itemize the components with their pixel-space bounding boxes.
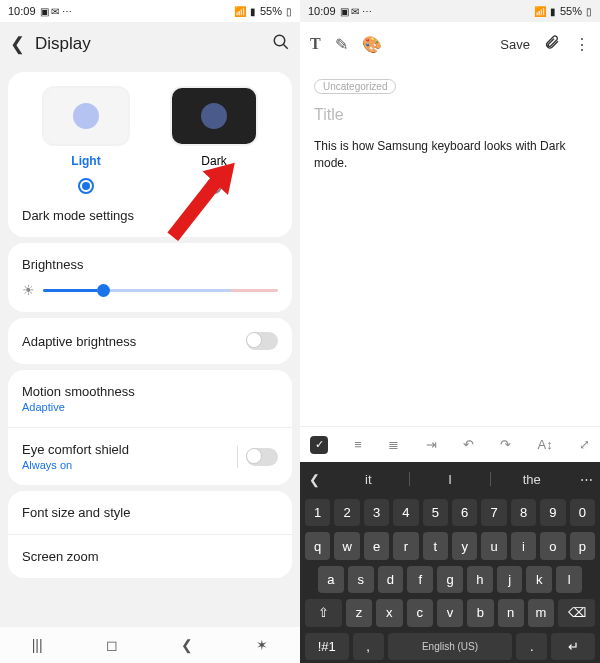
more-icon[interactable]: ⋮ bbox=[574, 35, 590, 54]
suggestion-more-icon[interactable]: ⋯ bbox=[572, 472, 600, 487]
shift-key[interactable]: ⇧ bbox=[305, 599, 342, 626]
key-o[interactable]: o bbox=[540, 532, 565, 559]
brightness-card: Brightness ☀ bbox=[8, 243, 292, 312]
eye-comfort-row[interactable]: Eye comfort shield Always on bbox=[8, 427, 292, 485]
space-key[interactable]: English (US) bbox=[388, 633, 513, 660]
back-nav-icon[interactable]: ❮ bbox=[181, 637, 193, 653]
key-r[interactable]: r bbox=[393, 532, 418, 559]
indent-icon[interactable]: ⇥ bbox=[426, 437, 437, 452]
format-toolbar: ✓ ≡ ≣ ⇥ ↶ ↷ A↕ ⤢ bbox=[300, 426, 600, 462]
eye-sub: Always on bbox=[22, 459, 129, 471]
key-b[interactable]: b bbox=[467, 599, 493, 626]
motion-smoothness-row[interactable]: Motion smoothness Adaptive bbox=[8, 370, 292, 427]
key-3[interactable]: 3 bbox=[364, 499, 389, 526]
light-radio[interactable] bbox=[78, 178, 94, 194]
backspace-key[interactable]: ⌫ bbox=[558, 599, 595, 626]
key-4[interactable]: 4 bbox=[393, 499, 418, 526]
key-u[interactable]: u bbox=[481, 532, 506, 559]
key-5[interactable]: 5 bbox=[423, 499, 448, 526]
key-a[interactable]: a bbox=[318, 566, 344, 593]
key-w[interactable]: w bbox=[334, 532, 359, 559]
title-input[interactable]: Title bbox=[314, 106, 586, 124]
home-icon[interactable]: ◻ bbox=[106, 637, 118, 653]
numbered-list-icon[interactable]: ≣ bbox=[388, 437, 399, 452]
adaptive-brightness-row[interactable]: Adaptive brightness bbox=[8, 318, 292, 364]
key-0[interactable]: 0 bbox=[570, 499, 595, 526]
key-c[interactable]: c bbox=[407, 599, 433, 626]
key-l[interactable]: l bbox=[556, 566, 582, 593]
dark-label: Dark bbox=[170, 154, 258, 168]
divider bbox=[237, 446, 238, 468]
key-e[interactable]: e bbox=[364, 532, 389, 559]
comma-key[interactable]: , bbox=[353, 633, 384, 660]
dark-radio[interactable] bbox=[206, 178, 222, 194]
light-theme-option[interactable]: Light bbox=[42, 86, 130, 168]
keyboard-row-1: qwertyuiop bbox=[300, 529, 600, 562]
key-k[interactable]: k bbox=[526, 566, 552, 593]
back-icon[interactable]: ❮ bbox=[10, 33, 25, 55]
key-8[interactable]: 8 bbox=[511, 499, 536, 526]
key-j[interactable]: j bbox=[497, 566, 523, 593]
note-text[interactable]: This is how Samsung keyboard looks with … bbox=[314, 138, 586, 173]
expand-icon[interactable]: ⤢ bbox=[579, 437, 590, 452]
enter-key[interactable]: ↵ bbox=[551, 633, 595, 660]
motion-sub: Adaptive bbox=[22, 401, 135, 413]
screen-zoom-label: Screen zoom bbox=[22, 549, 99, 564]
battery-pct: 55% bbox=[260, 5, 282, 17]
font-icon[interactable]: A↕ bbox=[537, 437, 552, 452]
checkbox-tool-icon[interactable]: ✓ bbox=[310, 436, 328, 454]
brightness-slider[interactable] bbox=[43, 289, 278, 292]
key-h[interactable]: h bbox=[467, 566, 493, 593]
key-v[interactable]: v bbox=[437, 599, 463, 626]
undo-icon[interactable]: ↶ bbox=[463, 437, 474, 452]
key-1[interactable]: 1 bbox=[305, 499, 330, 526]
period-key[interactable]: . bbox=[516, 633, 547, 660]
suggestion-expand-icon[interactable]: ❮ bbox=[300, 472, 328, 487]
key-9[interactable]: 9 bbox=[540, 499, 565, 526]
text-tool-icon[interactable]: T bbox=[310, 35, 321, 53]
page-title: Display bbox=[35, 34, 262, 54]
attach-icon[interactable] bbox=[544, 34, 560, 54]
key-2[interactable]: 2 bbox=[334, 499, 359, 526]
save-button[interactable]: Save bbox=[500, 37, 530, 52]
key-d[interactable]: d bbox=[378, 566, 404, 593]
key-7[interactable]: 7 bbox=[481, 499, 506, 526]
palette-icon[interactable]: 🎨 bbox=[362, 35, 382, 54]
theme-card: Light Dark Dark mode settings bbox=[8, 72, 292, 237]
search-icon[interactable] bbox=[272, 33, 290, 55]
suggestion-3[interactable]: the bbox=[491, 472, 572, 487]
key-i[interactable]: i bbox=[511, 532, 536, 559]
adaptive-brightness-toggle[interactable] bbox=[246, 332, 278, 350]
key-y[interactable]: y bbox=[452, 532, 477, 559]
notes-screen: 10:09 ▣ ✉ ⋯ 📶 ▮ 55% ▯ T ✎ 🎨 Save ⋮ Uncat… bbox=[300, 0, 600, 663]
key-6[interactable]: 6 bbox=[452, 499, 477, 526]
dark-mode-settings-link[interactable]: Dark mode settings bbox=[22, 208, 278, 223]
bullet-list-icon[interactable]: ≡ bbox=[354, 437, 362, 452]
dark-theme-option[interactable]: Dark bbox=[170, 86, 258, 168]
key-p[interactable]: p bbox=[570, 532, 595, 559]
accessibility-icon[interactable]: ✶ bbox=[256, 637, 268, 653]
suggestion-2[interactable]: I bbox=[410, 472, 491, 487]
suggestion-1[interactable]: it bbox=[328, 472, 409, 487]
eye-comfort-toggle[interactable] bbox=[246, 448, 278, 466]
key-f[interactable]: f bbox=[407, 566, 433, 593]
notif-icon: ▣ ✉ ⋯ bbox=[340, 6, 373, 17]
recents-icon[interactable]: ||| bbox=[32, 637, 43, 653]
key-t[interactable]: t bbox=[423, 532, 448, 559]
key-z[interactable]: z bbox=[346, 599, 372, 626]
key-n[interactable]: n bbox=[498, 599, 524, 626]
signal-icon: 📶 bbox=[534, 6, 546, 17]
keyboard-row-2: asdfghjkl bbox=[300, 563, 600, 596]
redo-icon[interactable]: ↷ bbox=[500, 437, 511, 452]
pen-tool-icon[interactable]: ✎ bbox=[335, 35, 348, 54]
key-q[interactable]: q bbox=[305, 532, 330, 559]
symbols-key[interactable]: !#1 bbox=[305, 633, 349, 660]
key-x[interactable]: x bbox=[376, 599, 402, 626]
category-pill[interactable]: Uncategorized bbox=[314, 79, 396, 94]
key-m[interactable]: m bbox=[528, 599, 554, 626]
key-g[interactable]: g bbox=[437, 566, 463, 593]
screen-zoom-row[interactable]: Screen zoom bbox=[8, 534, 292, 578]
battery-icon: ▯ bbox=[286, 6, 292, 17]
key-s[interactable]: s bbox=[348, 566, 374, 593]
font-size-row[interactable]: Font size and style bbox=[8, 491, 292, 534]
